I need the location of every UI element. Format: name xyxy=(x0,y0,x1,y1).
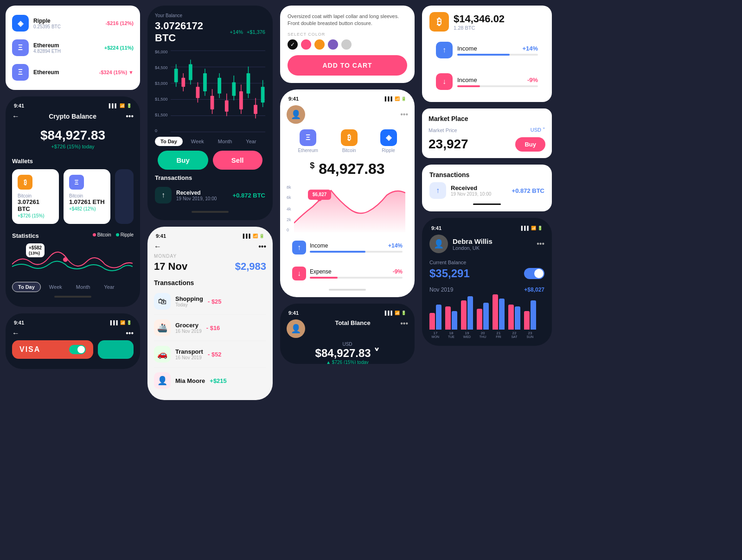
chart-balance-row: 3.0726172 BTC +14% +$1,376 xyxy=(155,20,265,44)
tab-week-1[interactable]: Week xyxy=(44,282,68,292)
tab-month-chart[interactable]: Month xyxy=(212,137,238,146)
crypto-item-ethereum[interactable]: Ξ Ethereum 4.82894 ETH +$224 (11%) xyxy=(12,36,134,60)
day-label-23: SUN xyxy=(527,335,534,338)
stats-header: Statistics Bitcoin Ripple xyxy=(12,229,134,241)
home-indicator-1 xyxy=(54,296,91,298)
day-19: 19 xyxy=(465,331,469,335)
more-profile[interactable]: ••• xyxy=(537,240,544,248)
stats-legend: Bitcoin Ripple xyxy=(93,232,134,237)
shopping-date: Today xyxy=(175,302,203,307)
avatar-dash: 👤 xyxy=(287,105,305,124)
tx-right-title: Received xyxy=(451,185,507,191)
tab-year-1[interactable]: Year xyxy=(98,282,120,292)
balance-toggle[interactable] xyxy=(524,268,544,279)
profile-info: 👤 Debra Willis London, UK xyxy=(429,235,493,253)
swatch-pink[interactable] xyxy=(301,39,311,50)
tx-right-amount: +0.872 BTC xyxy=(512,187,544,194)
chart-header-profile: Nov 2019 +$8,027 xyxy=(429,286,544,293)
expense-icon: ↓ xyxy=(292,267,306,280)
tx-grocery[interactable]: 🚢 Grocery 16 Nov 2019 - $16 xyxy=(154,315,266,341)
date-tx: 17 Nov xyxy=(154,261,187,273)
currency-select[interactable]: USD ˅ xyxy=(531,127,545,133)
market-buy-button[interactable]: Buy xyxy=(515,137,545,152)
chart-y-0: 0 xyxy=(287,228,289,232)
back-visa[interactable]: ← xyxy=(12,329,19,337)
tab-year-chart[interactable]: Year xyxy=(240,137,262,146)
dash-btc-icon: ₿ xyxy=(341,129,358,146)
swatch-gray[interactable] xyxy=(341,39,352,50)
profile-location: London, UK xyxy=(453,245,493,251)
wallets-label: Wallets xyxy=(12,158,134,165)
btc-header: ₿ $14,346.02 1.28 BTC xyxy=(429,12,544,32)
dash-ripple[interactable]: ◈ Ripple xyxy=(380,129,397,153)
buy-button[interactable]: Buy xyxy=(158,151,208,170)
balance-label-chart: Your Balance xyxy=(155,13,265,18)
add-to-cart-button[interactable]: ADD TO CART xyxy=(288,55,407,76)
profile-header: 👤 Debra Willis London, UK ••• xyxy=(429,235,544,253)
visa-label: VISA xyxy=(19,345,40,354)
expense-bar-track xyxy=(310,277,403,279)
bar-blue-17 xyxy=(436,305,441,330)
time-tx: 9:41 xyxy=(156,233,166,239)
green-card[interactable] xyxy=(98,340,134,359)
status-bar-bottom: 9:41 ▌▌▌ 📶 🔋 xyxy=(287,310,408,316)
income-bar-fill xyxy=(310,251,365,253)
back-tx[interactable]: ← xyxy=(154,242,161,251)
tx-mia[interactable]: 👤 Mia Moore +$215 xyxy=(154,368,266,394)
income-pct: +14% xyxy=(388,242,403,249)
legend-ripple: Ripple xyxy=(116,232,134,237)
crypto-item-ethereum2[interactable]: Ξ Ethereum -$324 (15%) ▼ xyxy=(12,60,134,84)
market-amount: 23,927 xyxy=(429,137,468,152)
tab-week-chart[interactable]: Week xyxy=(186,137,210,146)
income-info: Income +14% xyxy=(310,242,403,253)
eth-amount: 4.82894 ETH xyxy=(33,49,100,54)
profile-phone: 9:41 ▌▌▌ 📶 🔋 👤 Debra Willis London, UK •… xyxy=(422,218,552,346)
swatch-orange[interactable] xyxy=(314,39,325,50)
more-tx[interactable]: ••• xyxy=(258,242,266,251)
day-20: 20 xyxy=(481,331,485,335)
ripple-change: -$216 (12%) xyxy=(105,20,134,26)
swatch-purple[interactable] xyxy=(328,39,338,50)
shopping-amount: - $25 xyxy=(208,298,222,305)
bar-col-17: 17 MON xyxy=(429,305,441,338)
dash-eth[interactable]: Ξ Ethereum xyxy=(298,129,318,153)
column-1: ◈ Ripple 0.25395 BTC -$216 (12%) Ξ Ether… xyxy=(6,6,140,554)
sell-button[interactable]: Sell xyxy=(213,151,262,170)
bottom-title: Total Blance xyxy=(335,319,370,326)
crypto-item-ripple[interactable]: ◈ Ripple 0.25395 BTC -$216 (12%) xyxy=(12,11,134,36)
month-label: Nov 2019 xyxy=(429,286,453,293)
expense-pct: -9% xyxy=(393,268,403,275)
dash-eth-icon: Ξ xyxy=(300,129,316,146)
tab-month-1[interactable]: Month xyxy=(70,282,96,292)
dash-btc[interactable]: ₿ Bitcoin xyxy=(341,129,358,153)
more-bottom[interactable]: ••• xyxy=(400,319,408,338)
tab-today-chart[interactable]: To Day xyxy=(155,137,183,146)
tab-today-1[interactable]: To Day xyxy=(12,282,41,292)
chart-y-6k: 6k xyxy=(287,195,291,200)
more-visa[interactable]: ••• xyxy=(126,329,134,337)
dash-coin-icons: Ξ Ethereum ₿ Bitcoin ◈ Ripple xyxy=(287,129,408,153)
back-button-1[interactable]: ← xyxy=(12,112,19,121)
wallet-btc[interactable]: ₿ Bitcoin 3.07261 BTC +$726 (15%) xyxy=(12,169,59,224)
visa-card[interactable]: VISA xyxy=(12,340,93,359)
dash-ripple-icon: ◈ xyxy=(380,129,397,146)
btc-right-icon: ₿ xyxy=(429,12,449,32)
more-button-1[interactable]: ••• xyxy=(126,112,134,121)
day-label-21: FRI xyxy=(496,335,501,338)
income-right-label-2: Income xyxy=(457,76,477,83)
status-bar-profile: 9:41 ▌▌▌ 📶 🔋 xyxy=(429,225,544,231)
home-indicator-4 xyxy=(473,204,501,205)
swatch-black[interactable]: ✓ xyxy=(288,39,298,50)
more-dash[interactable]: ••• xyxy=(400,110,408,119)
income-card-dash: ↑ Income +14% xyxy=(287,236,408,259)
expense-label-row: Expense -9% xyxy=(310,268,403,275)
tx-shopping[interactable]: 🛍 Shopping Today - $25 xyxy=(154,288,266,315)
chart-y-4k: 4k xyxy=(287,207,291,211)
wallet-eth[interactable]: Ξ Bitcoin 1.07261 ETH +$482 (12%) xyxy=(64,169,110,224)
income-down-icon: ↓ xyxy=(436,73,453,90)
toggle-visa[interactable] xyxy=(69,345,86,354)
income-up-icon: ↑ xyxy=(436,42,453,58)
nav-header-1: ← Crypto Balance ••• xyxy=(12,112,134,121)
income-right-track-2 xyxy=(457,85,538,87)
tx-transport[interactable]: 🚗 Transport 16 Nov 2019 - $52 xyxy=(154,341,266,368)
